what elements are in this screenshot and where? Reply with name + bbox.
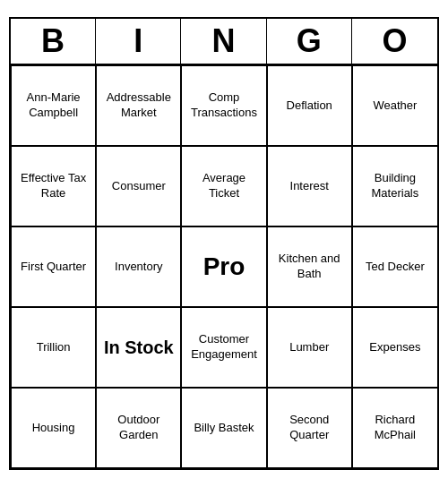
bingo-cell-18[interactable]: Lumber [267, 307, 352, 388]
bingo-cell-16[interactable]: In Stock [96, 307, 181, 388]
bingo-cell-3[interactable]: Deflation [267, 65, 352, 146]
bingo-cell-15[interactable]: Trillion [11, 307, 96, 388]
bingo-card: BINGO Ann-Marie CampbellAddressable Mark… [9, 17, 439, 470]
bingo-cell-8[interactable]: Interest [267, 146, 352, 226]
bingo-cell-19[interactable]: Expenses [352, 307, 437, 388]
bingo-cell-9[interactable]: Building Materials [352, 146, 437, 226]
bingo-cell-14[interactable]: Ted Decker [352, 226, 437, 307]
header-letter-i: I [96, 19, 181, 64]
bingo-cell-7[interactable]: Average Ticket [181, 146, 266, 226]
bingo-cell-11[interactable]: Inventory [96, 226, 181, 307]
bingo-cell-21[interactable]: Outdoor Garden [96, 388, 181, 468]
bingo-cell-12[interactable]: Pro [181, 226, 266, 307]
bingo-cell-10[interactable]: First Quarter [11, 226, 96, 307]
bingo-cell-0[interactable]: Ann-Marie Campbell [11, 65, 96, 146]
bingo-cell-13[interactable]: Kitchen and Bath [267, 226, 352, 307]
bingo-cell-22[interactable]: Billy Bastek [181, 388, 266, 468]
bingo-cell-20[interactable]: Housing [11, 388, 96, 468]
bingo-cell-4[interactable]: Weather [352, 65, 437, 146]
bingo-cell-6[interactable]: Consumer [96, 146, 181, 226]
header-letter-b: B [11, 19, 96, 64]
header-letter-g: G [267, 19, 352, 64]
bingo-header: BINGO [11, 19, 437, 65]
bingo-grid: Ann-Marie CampbellAddressable MarketComp… [11, 65, 437, 468]
bingo-cell-23[interactable]: Second Quarter [267, 388, 352, 468]
header-letter-n: N [181, 19, 266, 64]
bingo-cell-17[interactable]: Customer Engagement [181, 307, 266, 388]
header-letter-o: O [352, 19, 437, 64]
bingo-cell-1[interactable]: Addressable Market [96, 65, 181, 146]
bingo-cell-24[interactable]: Richard McPhail [352, 388, 437, 468]
bingo-cell-5[interactable]: Effective Tax Rate [11, 146, 96, 226]
bingo-cell-2[interactable]: Comp Transactions [181, 65, 266, 146]
